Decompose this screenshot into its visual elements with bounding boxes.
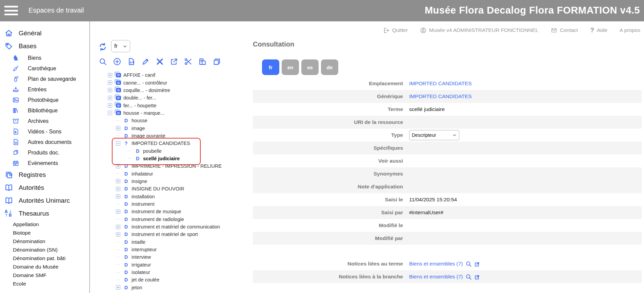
tree-node[interactable]: isolateur — [90, 269, 251, 276]
sidebar-item[interactable]: ♞ Biens — [0, 53, 89, 63]
search-icon[interactable] — [465, 261, 472, 267]
tree-node[interactable]: coquille... - dosimètre — [90, 87, 251, 94]
language-tab[interactable]: en — [282, 59, 299, 75]
tree-node-label[interactable]: image ouvrante — [132, 133, 165, 139]
sidebar-item[interactable]: Carothèque — [0, 63, 89, 74]
tree-expander[interactable] — [116, 179, 120, 183]
tree-node[interactable]: fer... - houpette — [90, 102, 251, 109]
add-circle-icon[interactable] — [113, 57, 121, 67]
tree-node[interactable]: double... - fer... — [90, 94, 251, 102]
tree-node-label[interactable]: interview — [132, 254, 151, 260]
edit-pencil-icon[interactable] — [141, 57, 150, 67]
sidebar-item[interactable]: Bases — [0, 40, 89, 53]
tree-node-label[interactable]: instrument — [132, 201, 155, 207]
tree-node[interactable]: housse - marque... — [90, 109, 251, 117]
sidebar-item[interactable]: Autorités Unimarc — [0, 194, 89, 207]
language-tab[interactable]: es — [301, 59, 319, 75]
delete-x-icon[interactable] — [156, 57, 164, 67]
tree-node[interactable]: instrument et matériel de sport — [90, 231, 251, 238]
tree-node[interactable]: instrument et matériel de communication — [90, 223, 251, 231]
tree-expander[interactable] — [116, 262, 120, 267]
tree-expander[interactable] — [116, 194, 120, 199]
tree-expander[interactable] — [116, 126, 120, 130]
refresh-icon[interactable] — [98, 42, 107, 53]
sidebar-item[interactable]: Plan de sauvegarde — [0, 74, 89, 84]
tree-node-label[interactable]: interrupteur — [132, 247, 157, 252]
tree-node[interactable]: scellé judiciaire — [90, 155, 251, 162]
sidebar-item[interactable]: Entrées — [0, 84, 89, 95]
contact-link[interactable]: Contact — [551, 27, 578, 34]
tree-expander[interactable] — [116, 187, 120, 191]
tree-node[interactable]: intaille — [90, 238, 251, 246]
sidebar-item[interactable]: Dénomination pat. bâti — [11, 254, 89, 262]
tree-node-label[interactable]: fer... - houpette — [123, 103, 157, 108]
tree-node-label[interactable]: IMPORTED CANDIDATES — [132, 141, 190, 146]
tree-expander[interactable] — [116, 171, 120, 176]
field-value-link[interactable]: IMPORTED CANDIDATES — [409, 93, 472, 99]
tree-node[interactable] — [90, 291, 251, 293]
tree-node-label[interactable]: intaille — [132, 239, 145, 245]
tree-node-label[interactable]: image — [132, 126, 145, 131]
sidebar-item[interactable]: Domaine SMF — [11, 271, 89, 279]
tree-node[interactable]: poubelle — [90, 147, 251, 154]
cut-scissors-icon[interactable] — [184, 57, 193, 67]
notice-value-link[interactable]: Biens et ensembles (7) — [409, 261, 463, 267]
sidebar-item[interactable]: Dénomination (SN) — [11, 245, 89, 254]
tree-node-label[interactable]: double... - fer... — [123, 95, 156, 100]
search-icon[interactable] — [99, 57, 107, 67]
tree-node[interactable]: AFFIXE - canif — [90, 71, 251, 79]
file-new-icon[interactable]: s — [127, 57, 136, 67]
sidebar-item[interactable]: Biotope — [11, 228, 89, 237]
tree-expander[interactable] — [108, 111, 112, 115]
tree-node[interactable]: IMPRIMERIE - IMPRESSION - RELIURE — [90, 162, 251, 170]
workspaces-label[interactable]: Espaces de travail — [28, 6, 84, 14]
tree-node[interactable]: interview — [90, 253, 251, 261]
tree-node-label[interactable]: jeton — [132, 285, 142, 290]
move-external-icon[interactable] — [170, 57, 178, 67]
tree-node-label[interactable]: irrigateur — [132, 262, 151, 268]
tree-expander[interactable] — [116, 278, 120, 282]
field-value-link[interactable]: IMPORTED CANDIDATES — [409, 80, 472, 87]
sidebar-item[interactable]: Evènements — [0, 158, 89, 168]
tree-expander[interactable] — [108, 80, 112, 85]
tree-node-label[interactable]: instrument de radiologie — [132, 217, 184, 222]
tree-node[interactable]: instrument de radiologie — [90, 216, 251, 223]
tree-expander[interactable] — [108, 88, 112, 92]
about-link[interactable]: A propos — [620, 27, 640, 33]
sidebar-item[interactable]: A↓↑B Thesaurus — [0, 207, 89, 220]
tree-node-label[interactable]: instrument et matériel de communication — [132, 224, 220, 230]
tree-node-label[interactable]: installation — [132, 194, 155, 199]
tree-node[interactable]: jet de coulée — [90, 276, 251, 283]
help-link[interactable]: ? Aide — [590, 26, 607, 34]
paste-clipboard-icon[interactable] — [198, 57, 207, 67]
tree-expander[interactable] — [108, 96, 112, 100]
sidebar-item[interactable]: Archives — [0, 116, 89, 126]
tree-node-label[interactable]: IMPRIMERIE - IMPRESSION - RELIURE — [132, 163, 222, 169]
tree-node[interactable]: IMPORTED CANDIDATES — [90, 140, 251, 147]
tree-node[interactable]: instrument de musique — [90, 208, 251, 215]
tree-expander[interactable] — [116, 232, 120, 237]
tree-node-label[interactable]: canne... - contrôleur — [123, 80, 167, 86]
tree-node-label[interactable]: isolateur — [132, 270, 150, 275]
tree-expander[interactable] — [116, 240, 120, 244]
tree-node-label[interactable]: jet de coulée — [132, 277, 159, 282]
tree-node-label[interactable]: housse — [132, 118, 147, 123]
tree-expander[interactable] — [116, 202, 120, 206]
tree-node-label[interactable]: instrument de musique — [132, 209, 181, 214]
tree-expander[interactable] — [116, 255, 120, 259]
sidebar-item[interactable]: Domaine du Musée — [11, 262, 89, 271]
language-tab[interactable]: de — [321, 59, 338, 75]
sidebar-item[interactable]: Autorités — [0, 181, 89, 194]
tree-expander[interactable] — [116, 164, 120, 168]
tree-node-label[interactable]: INSIGNE DU POUVOIR — [132, 186, 184, 191]
tree-language-select[interactable]: fr — [111, 40, 130, 52]
tree-expander[interactable] — [116, 133, 120, 138]
tree-node[interactable]: interrupteur — [90, 246, 251, 253]
tree-node-label[interactable]: poubelle — [143, 148, 162, 154]
tree-expander[interactable] — [116, 118, 120, 123]
tree-node-label[interactable]: scellé judiciaire — [143, 156, 180, 161]
tree-node[interactable]: canne... - contrôleur — [90, 79, 251, 86]
tree-node[interactable]: housse — [90, 117, 251, 124]
user-menu[interactable]: Musée v4 ADMINISTRATEUR FONCTIONNEL — [420, 27, 539, 34]
tree-expander[interactable] — [116, 248, 120, 252]
